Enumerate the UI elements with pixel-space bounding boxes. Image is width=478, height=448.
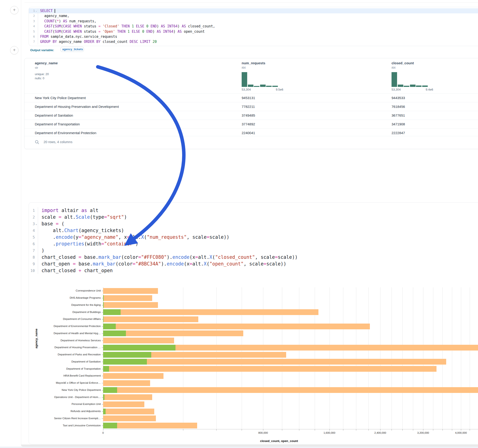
code-line[interactable]: 3 COUNT(*) AS num_requests, <box>29 19 478 24</box>
y-tick-label: Department of Sanitation <box>0 360 101 363</box>
code-text: COUNT(*) AS num_requests, <box>38 19 96 24</box>
gridline <box>368 287 369 429</box>
gridline <box>356 287 356 429</box>
code-line[interactable]: 4 alt.Chart(agency_tickets) <box>29 227 478 234</box>
gridline <box>242 287 242 429</box>
open-bar <box>103 316 104 322</box>
add-cell-button-top[interactable]: + <box>10 6 19 14</box>
closed-bar <box>103 394 152 400</box>
code-line[interactable]: 7 GROUP BY agency_name ORDER BY closed_c… <box>29 39 478 44</box>
code-line[interactable]: 1 import altair as alt <box>29 207 478 214</box>
gridline <box>433 287 433 429</box>
x-tick-label: 2,400,000 <box>374 431 386 434</box>
code-text: agency_name, <box>38 13 69 19</box>
fold-spacer <box>35 214 38 221</box>
fold-chevron-icon[interactable]: ⌄ <box>35 221 38 227</box>
closed-bar <box>103 359 446 365</box>
search-icon[interactable] <box>35 140 39 144</box>
line-number: 1 <box>29 207 35 214</box>
line-number: 5 <box>29 234 35 241</box>
add-cell-button-output[interactable]: + <box>10 46 19 54</box>
collapsed-cell-bar[interactable] <box>21 445 478 447</box>
closed-count-max-label: 9.4e6 <box>426 88 433 91</box>
output-variable-pill[interactable]: agency_tickets <box>60 47 84 52</box>
code-text: ) <box>38 247 44 254</box>
python-code-editor[interactable]: 1 import altair as alt2 scale = alt.Scal… <box>29 207 478 274</box>
line-number: 3 <box>29 221 35 227</box>
histogram-bar <box>254 86 259 87</box>
line-number: 7 <box>29 39 35 44</box>
column-header-agency-name[interactable]: agency_name <box>35 61 58 65</box>
y-tick-label: Correspondence Unit <box>0 289 101 292</box>
gridline <box>380 287 380 429</box>
sql-cell[interactable]: 1⌄SELECT 2 agency_name,3 COUNT(*) AS num… <box>29 7 478 46</box>
x-axis-tick <box>461 429 461 430</box>
gridline <box>423 287 423 429</box>
open-bar <box>103 295 104 301</box>
code-line[interactable]: 3⌄base = ( <box>29 221 478 227</box>
closed-bar <box>103 366 436 372</box>
closed-bar <box>103 295 152 301</box>
y-tick-label: Operations Unit - Department of Hom… <box>0 396 101 398</box>
output-variable-label: Output variable: <box>30 48 54 52</box>
code-text: alt.Chart(agency_tickets) <box>38 227 124 234</box>
closed-bar <box>103 409 154 414</box>
y-tick-label: Department of Homeless Services <box>0 339 101 342</box>
code-line[interactable]: 8 chart_closed = base.mark_bar(color="#F… <box>29 254 478 261</box>
code-line[interactable]: 7 ) <box>29 247 478 254</box>
code-line[interactable]: 4 CAST(SUM(CASE WHEN status = 'Closed' T… <box>29 24 478 29</box>
cell-num-requests: 3749485 <box>242 111 255 120</box>
y-tick-label: Department of Environmental Protection <box>0 325 101 328</box>
y-axis-line <box>103 287 103 429</box>
fold-spacer <box>35 39 38 44</box>
x-tick-label: 1,600,000 <box>323 431 335 434</box>
x-axis-tick <box>380 429 380 430</box>
table-row: Department of Housing Preservation and D… <box>25 102 478 111</box>
line-number: 5 <box>29 29 35 34</box>
cell-num-requests: 3774892 <box>242 120 255 128</box>
closed-bar <box>103 423 197 428</box>
gridline <box>183 287 183 429</box>
y-tick-label: Mayorâ€ s Office of Special Enforce… <box>0 381 101 384</box>
fold-chevron-icon[interactable]: ⌄ <box>35 8 38 13</box>
closed-bar <box>103 380 150 386</box>
sql-code-editor[interactable]: 1⌄SELECT 2 agency_name,3 COUNT(*) AS num… <box>29 8 478 44</box>
code-text: CAST(SUM(CASE WHEN status = 'Closed' THE… <box>38 24 215 29</box>
closed-count-min-label: 53,304 <box>391 88 401 91</box>
code-line[interactable]: 2 agency_name, <box>29 13 478 19</box>
code-line[interactable]: 9 chart_open = base.mark_bar(color="#8BC… <box>29 261 478 267</box>
code-line[interactable]: 2 scale = alt.Scale(type="sqrt") <box>29 214 478 221</box>
code-line[interactable]: 10 chart_closed + chart_open <box>29 267 478 274</box>
cell-agency-name: Department of Transportation <box>35 120 80 128</box>
line-number: 8 <box>29 254 35 261</box>
fold-spacer <box>35 267 38 274</box>
code-text: GROUP BY agency_name ORDER BY closed_cou… <box>38 39 157 44</box>
gridline <box>299 287 299 429</box>
histogram-bar <box>416 86 421 87</box>
open-bar <box>103 423 117 428</box>
code-line[interactable]: 6 FROM sample_data.nyc.service_requests <box>29 34 478 39</box>
code-line[interactable]: 1⌄SELECT <box>29 8 478 13</box>
histogram-bar <box>242 72 247 87</box>
code-text: chart_open = base.mark_bar(color="#8BC34… <box>38 261 286 267</box>
text-cursor <box>55 9 55 13</box>
column-header-closed-count[interactable]: closed_count <box>391 61 414 65</box>
line-number: 4 <box>29 227 35 234</box>
y-tick-label: Taxi and Limousine Commission <box>0 424 101 427</box>
column-type-num-requests: i64 <box>242 66 245 69</box>
histogram-bar <box>272 86 278 87</box>
open-bar <box>103 366 109 372</box>
code-line[interactable]: 6 .properties(width="container") <box>29 241 478 247</box>
code-line[interactable]: 5 .encode(y="agency_name", x=alt.X("num_… <box>29 234 478 241</box>
line-number: 9 <box>29 261 35 267</box>
column-header-num-requests[interactable]: num_requests <box>242 61 265 65</box>
code-line[interactable]: 5 CAST(SUM(CASE WHEN status = 'Open' THE… <box>29 29 478 34</box>
gridline <box>402 287 403 429</box>
fold-spacer <box>35 34 38 39</box>
line-number: 6 <box>29 241 35 247</box>
gridline <box>343 287 343 429</box>
y-tick-label: Department of Housing Preservation … <box>0 346 101 349</box>
fold-spacer <box>35 24 38 29</box>
column-meta-unique: unique: 20 <box>35 72 49 76</box>
gridline <box>329 287 330 429</box>
